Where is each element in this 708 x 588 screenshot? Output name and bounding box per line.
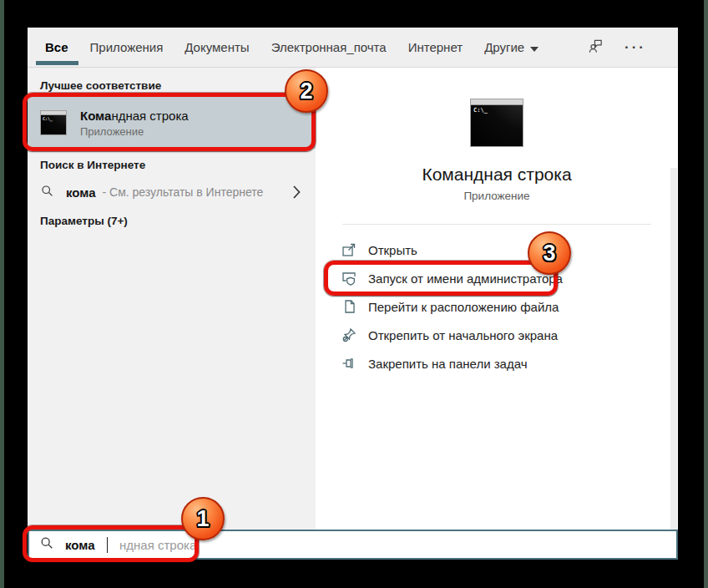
- tab-more-label: Другие: [484, 40, 524, 54]
- tabbar-right-icons: ···: [586, 37, 646, 58]
- step-badge-3: 3: [528, 231, 571, 275]
- action-unpin-from-start-label: Открепить от начального экрана: [368, 328, 558, 342]
- app-type-label: Приложение: [316, 190, 678, 202]
- tab-documents[interactable]: Документы: [185, 28, 249, 67]
- scrollbar-track[interactable]: [670, 168, 677, 530]
- tab-documents-label: Документы: [185, 40, 249, 54]
- action-open-label: Открыть: [368, 243, 417, 257]
- search-icon: [40, 184, 54, 201]
- annotation-box-best-match: [23, 93, 316, 151]
- web-hint-text: - См. результаты в Интернете: [103, 185, 264, 199]
- desktop-edge-right: [704, 0, 708, 588]
- annotation-box-run-as-admin: [324, 261, 558, 296]
- tab-apps[interactable]: Приложения: [90, 28, 164, 67]
- settings-header[interactable]: Параметры (7+): [40, 207, 316, 229]
- action-open-file-location[interactable]: Перейти к расположению файла: [316, 292, 678, 321]
- annotation-box-search-input: [23, 525, 199, 562]
- app-title: Командная строка: [316, 165, 678, 185]
- action-unpin-from-start[interactable]: Открепить от начального экрана: [316, 321, 678, 349]
- unpin-icon: [341, 327, 357, 343]
- file-location-icon: [341, 298, 357, 315]
- tab-all-label: Все: [45, 40, 68, 54]
- more-options-icon[interactable]: ···: [625, 40, 646, 54]
- action-pin-to-taskbar-label: Закрепить на панели задач: [368, 357, 528, 371]
- step-badge-1: 1: [181, 497, 225, 540]
- windows-search-screenshot: Все Приложения Документы Электронная_поч…: [0, 0, 708, 588]
- step-badge-2: 2: [285, 69, 328, 113]
- tab-web[interactable]: Интернет: [408, 28, 463, 67]
- action-open-file-location-label: Перейти к расположению файла: [368, 300, 559, 314]
- pin-icon: [341, 355, 357, 372]
- tab-web-label: Интернет: [408, 40, 463, 54]
- tab-email[interactable]: Электронная_почта: [271, 28, 387, 67]
- cmd-window-icon-large: C:\_: [470, 99, 523, 147]
- action-pin-to-taskbar[interactable]: Закрепить на панели задач: [316, 349, 678, 378]
- action-list: Открыть Запуск от имени администратора: [316, 225, 678, 378]
- best-match-header: Лучшее соответствие: [40, 68, 316, 94]
- desktop-edge-left: [0, 0, 4, 588]
- tab-email-label: Электронная_почта: [271, 40, 387, 54]
- details-panel: C:\_ Командная строка Приложение Открыть: [316, 68, 678, 530]
- action-open[interactable]: Открыть: [316, 236, 678, 264]
- web-search-header: Поиск в Интернете: [40, 149, 316, 173]
- web-search-suggestion[interactable]: кома - См. результаты в Интернете: [28, 177, 316, 207]
- chevron-down-icon: [530, 40, 539, 54]
- feedback-icon[interactable]: [586, 37, 604, 58]
- chevron-right-icon[interactable]: [293, 185, 301, 202]
- tab-more[interactable]: Другие: [484, 28, 539, 67]
- search-filter-tab-bar: Все Приложения Документы Электронная_поч…: [28, 28, 678, 68]
- web-query-text: кома: [66, 185, 96, 200]
- tab-all[interactable]: Все: [45, 28, 68, 67]
- tab-apps-label: Приложения: [90, 40, 164, 54]
- open-in-window-icon: [341, 241, 357, 258]
